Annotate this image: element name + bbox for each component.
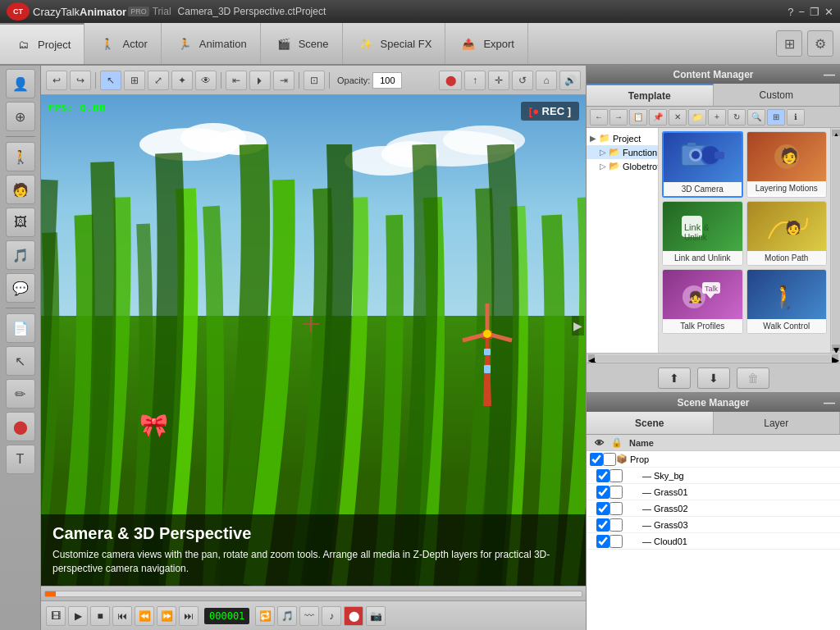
home-button[interactable]: ⌂: [536, 71, 557, 90]
grid-item-3d-camera[interactable]: 3D Camera: [662, 131, 743, 198]
grid-item-walk[interactable]: 🚶 Walk Control: [746, 269, 828, 334]
sidebar-person-icon[interactable]: 👤: [6, 69, 35, 98]
crosshair-button[interactable]: ✛: [488, 71, 509, 90]
grid-view-button[interactable]: ⊞: [776, 30, 802, 57]
timeline-track[interactable]: [44, 591, 582, 597]
speaker-button[interactable]: 🔊: [559, 71, 581, 90]
export-button[interactable]: ⬇: [697, 368, 730, 389]
vis-check-cloud01[interactable]: [596, 535, 609, 548]
stop-button[interactable]: ■: [90, 606, 110, 626]
restore-button[interactable]: ❐: [810, 6, 819, 18]
tab-project[interactable]: 🗂 Project: [0, 23, 84, 64]
scene-row-grass02[interactable]: — Grass02: [587, 500, 840, 517]
ctb-info[interactable]: ℹ: [787, 109, 805, 126]
ctb-new[interactable]: +: [708, 109, 726, 126]
vis-check-grass01[interactable]: [596, 486, 609, 499]
grid-scrollbar[interactable]: ▲ ▼: [830, 128, 840, 353]
up-button[interactable]: ↑: [464, 71, 486, 90]
sidebar-record-icon[interactable]: ⬤: [6, 412, 35, 441]
scroll-down-btn[interactable]: ▼: [832, 345, 840, 351]
sidebar-walk-icon[interactable]: 🚶: [6, 142, 35, 171]
lock-check-sky[interactable]: [609, 469, 623, 482]
rewind-button[interactable]: ⏪: [135, 606, 154, 626]
record-button[interactable]: ⬤: [439, 71, 462, 90]
music-button[interactable]: ♪: [322, 606, 341, 626]
delete-button[interactable]: 🗑: [737, 368, 769, 389]
content-manager-close[interactable]: —: [824, 68, 835, 81]
tab-export[interactable]: 📤 Export: [445, 23, 528, 64]
sidebar-scene-icon[interactable]: 🖼: [6, 208, 35, 237]
audio-button[interactable]: 🎵: [277, 606, 297, 626]
ctb-folder[interactable]: 📁: [688, 109, 706, 126]
sidebar-edit-icon[interactable]: ✏: [6, 379, 35, 409]
vis-check-grass03[interactable]: [596, 518, 609, 532]
scene-row-sky[interactable]: — Sky_bg: [587, 468, 840, 484]
ctb-delete[interactable]: ✕: [669, 109, 687, 126]
lock-check-prop[interactable]: [603, 453, 616, 466]
grid-item-motion[interactable]: 🧑 Motion Path: [746, 201, 828, 266]
transform-tool-button[interactable]: ⤢: [148, 71, 169, 90]
tree-item-project[interactable]: ▶ 📁 Project: [587, 131, 658, 145]
lock-check-grass02[interactable]: [609, 502, 623, 515]
scene-manager-close[interactable]: —: [824, 396, 835, 409]
view-button[interactable]: 👁: [195, 71, 217, 90]
scene-tab-layer[interactable]: Layer: [714, 412, 841, 434]
move-tool-button[interactable]: ⊞: [124, 71, 145, 90]
camera-button[interactable]: 📷: [366, 606, 386, 626]
sidebar-chat-icon[interactable]: 💬: [6, 273, 35, 303]
prev-frame-button[interactable]: ⏮: [112, 606, 132, 626]
ctb-search[interactable]: 🔍: [747, 109, 765, 126]
fast-forward-button[interactable]: ⏩: [157, 606, 176, 626]
scroll-up-btn[interactable]: ▲: [832, 130, 840, 136]
bone-tool-button[interactable]: ✦: [171, 71, 193, 90]
settings-button[interactable]: ⚙: [807, 30, 833, 57]
scene-tab-scene[interactable]: Scene: [587, 412, 714, 434]
tab-special-fx[interactable]: ✨ Special FX: [343, 23, 446, 64]
filmstrip-button[interactable]: 🎞: [46, 606, 66, 626]
lock-check-grass03[interactable]: [609, 518, 623, 532]
play-transport-button[interactable]: ▶: [68, 606, 88, 626]
scene-row-prop[interactable]: 📦 Prop: [587, 451, 840, 468]
sidebar-music-icon[interactable]: 🎵: [6, 240, 35, 270]
ctb-paste[interactable]: 📌: [649, 109, 667, 126]
tab-scene[interactable]: 🎬 Scene: [261, 23, 343, 64]
lock-check-grass01[interactable]: [609, 486, 623, 499]
play-button[interactable]: ⏵: [249, 71, 271, 90]
vis-check-prop[interactable]: [590, 453, 603, 466]
scene-row-cloud01[interactable]: — Cloud01: [587, 533, 840, 550]
scene-row-grass01[interactable]: — Grass01: [587, 484, 840, 500]
tab-actor[interactable]: 🚶 Actor: [84, 23, 161, 64]
sidebar-transform-icon[interactable]: ⊕: [6, 102, 35, 131]
render-button[interactable]: ⬤: [344, 606, 363, 626]
select-tool-button[interactable]: ↖: [100, 71, 121, 90]
ctb-back[interactable]: ←: [590, 109, 608, 126]
ctb-forward[interactable]: →: [609, 109, 628, 126]
help-button[interactable]: ?: [788, 6, 793, 18]
close-button[interactable]: ✕: [824, 6, 833, 18]
content-hscroll[interactable]: ◀ ▶: [587, 353, 840, 363]
scroll-arrow-right[interactable]: ▶: [572, 316, 584, 336]
sidebar-cursor-icon[interactable]: ↖: [6, 346, 35, 376]
ctb-copy[interactable]: 📋: [629, 109, 647, 126]
tree-item-function[interactable]: ▷ 📂 Function: [587, 145, 658, 159]
nav-prev-button[interactable]: ⇤: [226, 71, 247, 90]
next-frame-button[interactable]: ⏭: [179, 606, 199, 626]
sidebar-text-icon[interactable]: T: [6, 445, 35, 474]
extra1-button[interactable]: ⊡: [304, 71, 325, 90]
minimize-button[interactable]: −: [798, 6, 805, 18]
import-button[interactable]: ⬆: [658, 368, 691, 389]
sidebar-doc-icon[interactable]: 📄: [6, 313, 35, 343]
redo-button[interactable]: ↪: [70, 71, 91, 90]
sidebar-actor-icon[interactable]: 🧑: [6, 175, 35, 204]
timeline-bar[interactable]: [41, 586, 586, 600]
scene-row-grass03[interactable]: — Grass03: [587, 517, 840, 533]
undo-button[interactable]: ↩: [46, 71, 67, 90]
tab-custom[interactable]: Custom: [714, 84, 841, 106]
vis-check-sky[interactable]: [596, 469, 609, 482]
vis-check-grass02[interactable]: [596, 502, 609, 515]
grid-item-talk[interactable]: 👧 Talk Talk Profiles: [662, 269, 743, 334]
loop-button[interactable]: 🔁: [255, 606, 275, 626]
grid-item-layering[interactable]: 🧑 Layering Motions: [746, 131, 828, 198]
grid-item-link[interactable]: Link & Unlink Link and Unlink: [662, 201, 743, 266]
wave-button[interactable]: 〰: [299, 606, 319, 626]
